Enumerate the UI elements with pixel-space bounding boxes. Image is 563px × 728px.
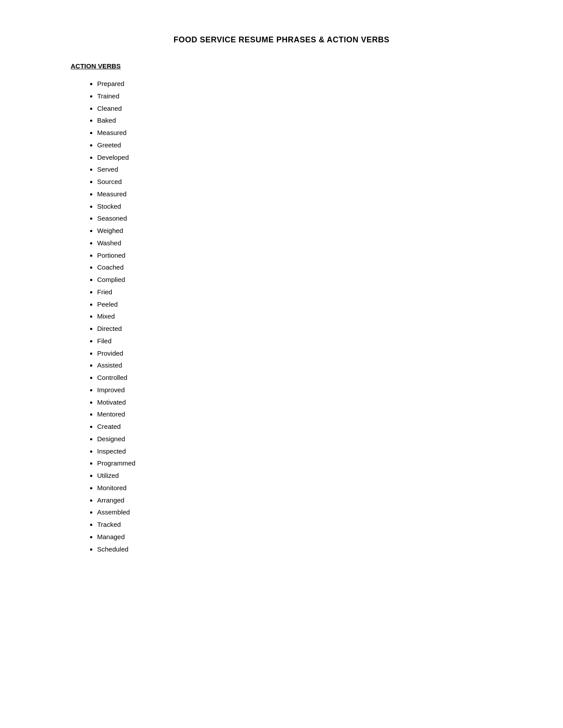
section-heading: ACTION VERBS xyxy=(71,62,492,70)
verb-list: PreparedTrainedCleanedBakedMeasuredGreet… xyxy=(71,78,492,555)
list-item: Developed xyxy=(97,151,492,164)
list-item: Seasoned xyxy=(97,212,492,225)
list-item: Stocked xyxy=(97,200,492,213)
list-item: Measured xyxy=(97,188,492,200)
list-item: Trained xyxy=(97,90,492,102)
list-item: Greeted xyxy=(97,139,492,151)
list-item: Fried xyxy=(97,286,492,298)
list-item: Sourced xyxy=(97,176,492,188)
list-item: Directed xyxy=(97,323,492,335)
list-item: Complied xyxy=(97,274,492,286)
list-item: Filed xyxy=(97,335,492,347)
list-item: Controlled xyxy=(97,372,492,384)
list-item: Managed xyxy=(97,531,492,543)
list-item: Improved xyxy=(97,384,492,396)
list-item: Assembled xyxy=(97,506,492,518)
page-title: FOOD SERVICE RESUME PHRASES & ACTION VER… xyxy=(71,35,492,45)
list-item: Weighed xyxy=(97,225,492,237)
list-item: Cleaned xyxy=(97,102,492,115)
list-item: Inspected xyxy=(97,445,492,458)
list-item: Coached xyxy=(97,261,492,274)
list-item: Served xyxy=(97,163,492,176)
list-item: Programmed xyxy=(97,457,492,469)
list-item: Monitored xyxy=(97,482,492,494)
list-item: Arranged xyxy=(97,494,492,507)
list-item: Scheduled xyxy=(97,543,492,555)
list-item: Tracked xyxy=(97,518,492,531)
list-item: Peeled xyxy=(97,298,492,311)
list-item: Prepared xyxy=(97,78,492,90)
list-item: Washed xyxy=(97,237,492,249)
list-item: Baked xyxy=(97,114,492,127)
list-item: Assisted xyxy=(97,359,492,372)
list-item: Designed xyxy=(97,433,492,445)
list-item: Mentored xyxy=(97,408,492,420)
list-item: Mixed xyxy=(97,310,492,323)
list-item: Measured xyxy=(97,127,492,139)
list-item: Provided xyxy=(97,347,492,360)
list-item: Created xyxy=(97,420,492,433)
list-item: Motivated xyxy=(97,396,492,409)
list-item: Utilized xyxy=(97,469,492,482)
list-item: Portioned xyxy=(97,249,492,262)
